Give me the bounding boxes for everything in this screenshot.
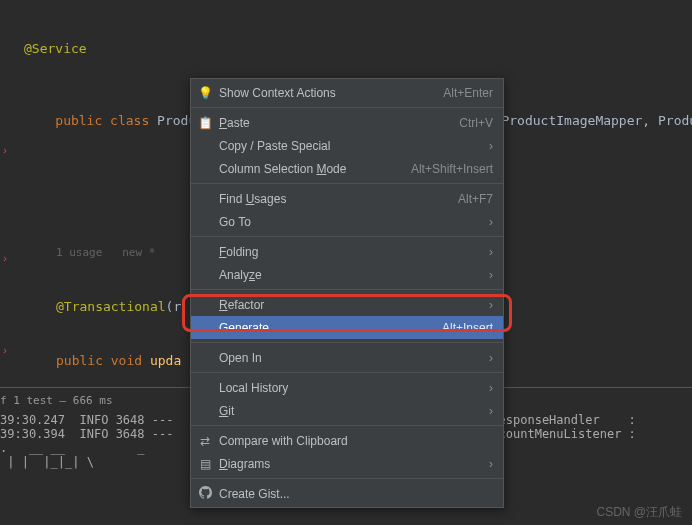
kw-public: public (55, 113, 102, 128)
menu-shortcut: Ctrl+V (459, 116, 493, 130)
menu-separator (191, 289, 503, 290)
chevron-right-icon: › (489, 351, 493, 365)
generic-2: Produc (658, 113, 692, 128)
menu-analyze[interactable]: Analyze › (191, 263, 503, 286)
menu-generate[interactable]: Generate... Alt+Insert (191, 316, 503, 339)
menu-label: Refactor (219, 298, 489, 312)
kw-void: void (111, 353, 142, 368)
menu-label: Analyze (219, 268, 489, 282)
menu-separator (191, 342, 503, 343)
annotation-tx-1-arg: (r (166, 299, 182, 314)
watermark: CSDN @汪爪蛙 (596, 504, 682, 521)
annotation-service: @Service (24, 41, 87, 56)
menu-label: Go To (219, 215, 489, 229)
chevron-right-icon: › (489, 268, 493, 282)
menu-open-in[interactable]: Open In › (191, 346, 503, 369)
menu-label: Show Context Actions (219, 86, 443, 100)
menu-separator (191, 372, 503, 373)
menu-find-usages[interactable]: Find Usages Alt+F7 (191, 187, 503, 210)
menu-label: Paste (219, 116, 459, 130)
menu-label: Git (219, 404, 489, 418)
menu-column-selection-mode[interactable]: Column Selection Mode Alt+Shift+Insert (191, 157, 503, 180)
menu-separator (191, 107, 503, 108)
generic-1: ProductImageMapper (501, 113, 642, 128)
diagram-icon: ▤ (197, 457, 213, 471)
kw-class: class (110, 113, 149, 128)
menu-go-to[interactable]: Go To › (191, 210, 503, 233)
gutter-change-marker[interactable]: › (0, 144, 10, 156)
chevron-right-icon: › (489, 381, 493, 395)
menu-create-gist[interactable]: Create Gist... (191, 482, 503, 505)
menu-compare-clipboard[interactable]: ⇄ Compare with Clipboard (191, 429, 503, 452)
method-update: upda (150, 353, 181, 368)
menu-separator (191, 425, 503, 426)
menu-separator (191, 236, 503, 237)
chevron-right-icon: › (489, 298, 493, 312)
menu-label: Compare with Clipboard (219, 434, 493, 448)
github-icon (197, 486, 213, 502)
menu-copy-paste-special[interactable]: Copy / Paste Special › (191, 134, 503, 157)
chevron-right-icon: › (489, 215, 493, 229)
menu-label: Column Selection Mode (219, 162, 411, 176)
paste-icon: 📋 (197, 116, 213, 130)
chevron-right-icon: › (489, 457, 493, 471)
context-menu: 💡 Show Context Actions Alt+Enter 📋 Paste… (190, 78, 504, 508)
annotation-tx-1: @Transactional (56, 299, 166, 314)
menu-label: Generate... (219, 321, 442, 335)
menu-label: Create Gist... (219, 487, 493, 501)
menu-label: Open In (219, 351, 489, 365)
menu-show-context-actions[interactable]: 💡 Show Context Actions Alt+Enter (191, 81, 503, 104)
menu-shortcut: Alt+Enter (443, 86, 493, 100)
chevron-right-icon: › (489, 245, 493, 259)
gutter-change-marker[interactable]: › (0, 344, 10, 356)
menu-label: Local History (219, 381, 489, 395)
menu-label: Copy / Paste Special (219, 139, 489, 153)
chevron-right-icon: › (489, 139, 493, 153)
menu-folding[interactable]: Folding › (191, 240, 503, 263)
kw-public-2: public (56, 353, 103, 368)
bulb-icon: 💡 (197, 86, 213, 100)
menu-local-history[interactable]: Local History › (191, 376, 503, 399)
menu-git[interactable]: Git › (191, 399, 503, 422)
menu-label: Find Usages (219, 192, 458, 206)
menu-label: Folding (219, 245, 489, 259)
menu-separator (191, 478, 503, 479)
compare-icon: ⇄ (197, 434, 213, 448)
menu-separator (191, 183, 503, 184)
menu-shortcut: Alt+Shift+Insert (411, 162, 493, 176)
menu-refactor[interactable]: Refactor › (191, 293, 503, 316)
chevron-right-icon: › (489, 404, 493, 418)
menu-paste[interactable]: 📋 Paste Ctrl+V (191, 111, 503, 134)
gutter-change-marker[interactable]: › (0, 252, 10, 264)
menu-diagrams[interactable]: ▤ Diagrams › (191, 452, 503, 475)
menu-shortcut: Alt+F7 (458, 192, 493, 206)
menu-label: Diagrams (219, 457, 489, 471)
menu-shortcut: Alt+Insert (442, 321, 493, 335)
